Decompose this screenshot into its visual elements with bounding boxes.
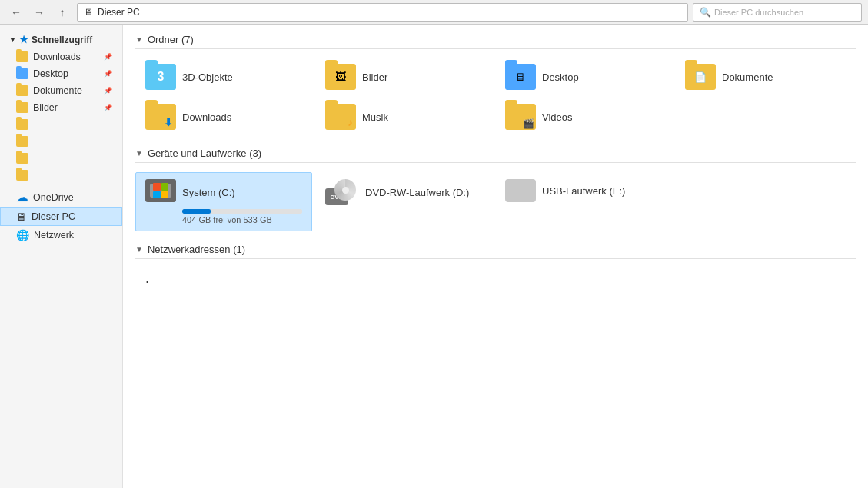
- folder-dokumente-icon: 📄: [685, 64, 716, 90]
- netzwerk-section-header[interactable]: ▼ Netzwerkadressen (1): [135, 244, 856, 259]
- ordner-chevron-icon: ▼: [135, 35, 143, 44]
- folder-item-3d-objekte[interactable]: 3 3D-Objekte: [135, 58, 312, 95]
- address-bar-text: Dieser PC: [98, 7, 140, 18]
- pin-icon-dokumente: 📌: [104, 87, 112, 95]
- folder-desktop-label: Desktop: [542, 71, 579, 83]
- sidebar-item-folder8[interactable]: [0, 167, 122, 184]
- desktop-folder-icon: [16, 68, 28, 79]
- folder5-icon: [16, 119, 28, 130]
- address-bar[interactable]: 🖥 Dieser PC: [77, 3, 688, 22]
- folder-3d-icon: 3: [145, 64, 176, 90]
- pin-icon-desktop: 📌: [104, 70, 112, 78]
- sidebar-item-dieser-pc[interactable]: 🖥 Dieser PC: [0, 207, 122, 226]
- dokumente-folder-icon: [16, 85, 28, 96]
- usb-icon: [505, 179, 536, 202]
- sidebar-item-folder5[interactable]: [0, 116, 122, 133]
- sidebar-item-folder7[interactable]: [0, 150, 122, 167]
- folder7-icon: [16, 153, 28, 164]
- geraete-grid: System (C:) 404 GB frei von 533 GB DVD: [135, 172, 856, 231]
- windows-logo-icon: [153, 183, 168, 198]
- sidebar-dieser-pc-label: Dieser PC: [32, 211, 75, 222]
- folder-videos-label: Videos: [542, 111, 573, 123]
- usb-e-label: USB-Laufwerk (E:): [542, 185, 625, 197]
- netzwerk-adressen-label: Netzwerkadressen (1): [148, 244, 245, 255]
- folder-bilder-icon: 🖼: [325, 64, 356, 90]
- system-c-icon: [145, 179, 176, 205]
- schnellzugriff-star-icon: ★: [19, 34, 28, 45]
- sidebar: ▼ ★ Schnellzugriff Downloads 📌 Desktop 📌…: [0, 25, 123, 488]
- netzwerk-grid: ·: [135, 268, 856, 295]
- sidebar-desktop-label: Desktop: [33, 68, 68, 79]
- usb-e-top: USB-Laufwerk (E:): [505, 179, 662, 202]
- downloads-folder-icon: [16, 51, 28, 62]
- nav-buttons: ← → ↑: [6, 2, 72, 22]
- main-layout: ▼ ★ Schnellzugriff Downloads 📌 Desktop 📌…: [0, 25, 868, 488]
- geraete-label: Geräte und Laufwerke (3): [148, 148, 261, 159]
- pin-icon-downloads: 📌: [104, 53, 112, 61]
- sidebar-item-dokumente[interactable]: Dokumente 📌: [0, 82, 122, 99]
- ordner-grid: 3 3D-Objekte 🖼 Bilder 🖥 Desktop: [135, 58, 856, 135]
- sidebar-item-bilder[interactable]: Bilder 📌: [0, 99, 122, 116]
- folder-item-desktop[interactable]: 🖥 Desktop: [495, 58, 672, 95]
- sidebar-downloads-label: Downloads: [33, 51, 81, 62]
- search-bar[interactable]: 🔍 Dieser PC durchsuchen: [693, 3, 862, 22]
- netzwerk-item-dot: ·: [145, 274, 149, 290]
- system-c-label: System (C:): [182, 187, 235, 198]
- back-button[interactable]: ←: [6, 2, 26, 22]
- folder-videos-icon: 🎬: [505, 104, 536, 130]
- geraete-chevron-icon: ▼: [135, 149, 143, 158]
- drive-item-dvd-d[interactable]: DVD DVD-RW-Laufwerk (D:): [315, 172, 492, 231]
- ordner-label: Ordner (7): [148, 34, 194, 45]
- sidebar-bilder-label: Bilder: [33, 102, 58, 113]
- pin-icon-bilder: 📌: [104, 104, 112, 111]
- dvd-icon: DVD: [325, 179, 359, 205]
- schnellzugriff-header[interactable]: ▼ ★ Schnellzugriff: [0, 31, 122, 48]
- top-bar: ← → ↑ 🖥 Dieser PC 🔍 Dieser PC durchsuche…: [0, 0, 868, 25]
- folder-downloads-icon: ⬇: [145, 104, 176, 130]
- folder-item-downloads[interactable]: ⬇ Downloads: [135, 98, 312, 135]
- dvd-d-label: DVD-RW-Laufwerk (D:): [365, 187, 469, 198]
- system-c-progress-fill: [182, 209, 211, 214]
- network-icon: 🌐: [16, 229, 29, 241]
- folder-item-dokumente[interactable]: 📄 Dokumente: [675, 58, 852, 95]
- folder-downloads-label: Downloads: [182, 111, 231, 123]
- system-c-top: System (C:): [145, 179, 302, 205]
- up-button[interactable]: ↑: [52, 2, 72, 22]
- system-c-size: 404 GB frei von 533 GB: [182, 215, 302, 224]
- sidebar-item-netzwerk[interactable]: 🌐 Netzwerk: [0, 226, 122, 244]
- folder-desktop-icon: 🖥: [505, 64, 536, 90]
- schnellzugriff-label: Schnellzugriff: [32, 35, 92, 45]
- computer-icon: 🖥: [16, 211, 27, 223]
- sidebar-item-onedrive[interactable]: ☁ OneDrive: [0, 187, 122, 207]
- geraete-section-header[interactable]: ▼ Geräte und Laufwerke (3): [135, 148, 856, 163]
- folder-musik-icon: ♪: [325, 104, 356, 130]
- folder-musik-label: Musik: [362, 111, 388, 123]
- system-c-progress-bar: [182, 209, 302, 214]
- drive-item-usb-e[interactable]: USB-Laufwerk (E:): [495, 172, 672, 231]
- sidebar-onedrive-label: OneDrive: [33, 192, 74, 203]
- search-placeholder: Dieser PC durchsuchen: [714, 8, 803, 17]
- content-area: ▼ Ordner (7) 3 3D-Objekte 🖼 Bilder: [123, 25, 868, 488]
- sidebar-item-desktop[interactable]: Desktop 📌: [0, 65, 122, 82]
- forward-button[interactable]: →: [29, 2, 49, 22]
- sidebar-netzwerk-label: Netzwerk: [34, 230, 74, 241]
- sidebar-dokumente-label: Dokumente: [33, 85, 82, 96]
- sidebar-item-folder6[interactable]: [0, 133, 122, 150]
- dvd-d-top: DVD DVD-RW-Laufwerk (D:): [325, 179, 482, 205]
- drive-item-system-c[interactable]: System (C:) 404 GB frei von 533 GB: [135, 172, 312, 231]
- ordner-section-header[interactable]: ▼ Ordner (7): [135, 34, 856, 49]
- folder-dokumente-label: Dokumente: [722, 71, 773, 83]
- folder-item-musik[interactable]: ♪ Musik: [315, 98, 492, 135]
- netzwerk-item-1[interactable]: ·: [135, 268, 312, 295]
- sidebar-item-downloads[interactable]: Downloads 📌: [0, 48, 122, 65]
- bilder-folder-icon: [16, 102, 28, 113]
- search-icon: 🔍: [700, 7, 711, 18]
- folder-bilder-label: Bilder: [362, 71, 387, 83]
- folder-item-videos[interactable]: 🎬 Videos: [495, 98, 672, 135]
- folder6-icon: [16, 136, 28, 147]
- onedrive-icon: ☁: [16, 190, 28, 204]
- chevron-down-icon: ▼: [9, 36, 16, 44]
- folder8-icon: [16, 170, 28, 181]
- folder-item-bilder[interactable]: 🖼 Bilder: [315, 58, 492, 95]
- netzwerk-chevron-icon: ▼: [135, 245, 143, 254]
